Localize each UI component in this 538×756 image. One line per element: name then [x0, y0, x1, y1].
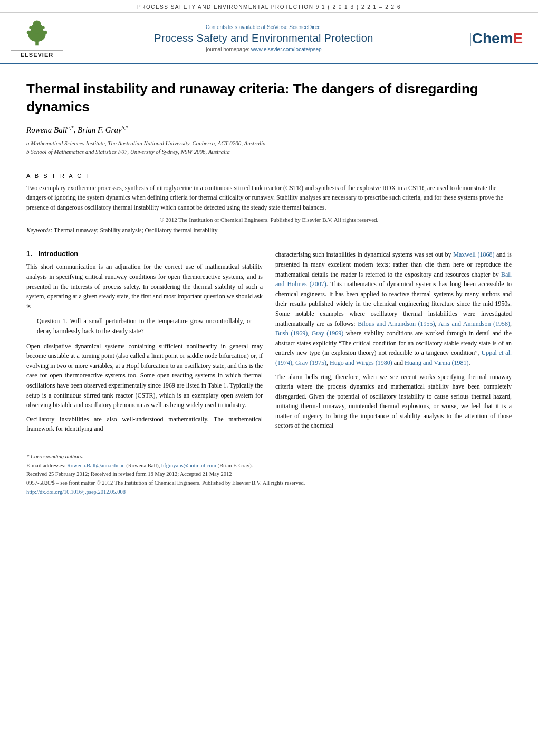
- elsevier-logo-area: ELSEVIER: [11, 18, 63, 58]
- footnote-divider: [26, 449, 512, 449]
- svg-point-5: [43, 31, 47, 34]
- col-right: characterising such instabilities in dyn…: [275, 250, 512, 438]
- col-left: 1. Introduction This short communication…: [26, 250, 263, 438]
- sciverse-link[interactable]: Contents lists available at Contents lis…: [63, 24, 464, 30]
- aris-link[interactable]: Aris and Amundson (1958): [438, 320, 510, 327]
- section1-heading: 1. Introduction: [26, 250, 263, 258]
- affiliation-a: a Mathematical Sciences Institute, The A…: [26, 139, 512, 148]
- abstract-label: A B S T R A C T: [26, 173, 512, 179]
- section1-para2: Open dissipative dynamical systems conta…: [26, 342, 263, 410]
- maxwell-link[interactable]: Maxwell (1868): [453, 251, 494, 258]
- keywords-values: Thermal runaway; Stability analysis; Osc…: [54, 227, 217, 233]
- svg-point-7: [42, 26, 45, 30]
- divider-2: [26, 242, 512, 242]
- authors: Rowena Balla,*, Brian F. Grayb,*: [26, 125, 512, 135]
- article-title: Thermal instability and runaway criteria…: [26, 80, 512, 116]
- footnote-doi: http://dx.doi.org/10.1016/j.psep.2012.05…: [26, 488, 512, 497]
- author-brian: Brian F. Gray: [78, 126, 121, 134]
- journal-header: Process Safety and Environmental Protect…: [0, 0, 538, 13]
- keywords-label: Keywords:: [26, 227, 52, 233]
- ichem-logo: |ChemE: [464, 29, 527, 47]
- bilous-link[interactable]: Bilous and Amundson (1955): [358, 320, 435, 327]
- ichem-logo-area: |ChemE: [464, 29, 527, 47]
- section1-number: 1.: [26, 250, 32, 258]
- section1-right-para1: characterising such instabilities in dyn…: [275, 250, 512, 367]
- divider-1: [26, 165, 512, 165]
- journal-bar: ELSEVIER Contents lists available at Con…: [0, 13, 538, 64]
- hugo-link[interactable]: Hugo and Wirges (1980): [330, 359, 392, 366]
- section1-right-para2: The alarm bells ring, therefore, when we…: [275, 372, 512, 431]
- svg-point-3: [33, 21, 41, 27]
- footnote-corresponding: * Corresponding authors.: [26, 452, 512, 461]
- huang-link[interactable]: Huang and Varma (1981): [405, 359, 468, 366]
- footnotes: * Corresponding authors. E-mail addresse…: [26, 452, 512, 497]
- elsevier-tree-icon: [18, 18, 55, 47]
- email-rowena[interactable]: Rowena.Ball@anu.edu.au: [67, 462, 125, 468]
- journal-citation: Process Safety and Environmental Protect…: [137, 4, 401, 10]
- journal-title: Process Safety and Environmental Protect…: [63, 32, 464, 44]
- main-content: Thermal instability and runaway criteria…: [0, 64, 538, 507]
- section1-title: Introduction: [38, 250, 78, 258]
- affiliations: a Mathematical Sciences Institute, The A…: [26, 139, 512, 156]
- keywords: Keywords: Thermal runaway; Stability ana…: [26, 227, 512, 233]
- svg-point-4: [27, 31, 31, 34]
- abstract-section: A B S T R A C T Two exemplary exothermic…: [26, 173, 512, 234]
- two-col-body: 1. Introduction This short communication…: [26, 250, 512, 438]
- section1-para3: Oscillatory instabilities are also well-…: [26, 414, 263, 434]
- journal-info: Contents lists available at Contents lis…: [63, 24, 464, 52]
- journal-homepage: journal homepage: www.elsevier.com/locat…: [63, 46, 464, 52]
- email-brian[interactable]: bfgrayaus@hotmail.com: [161, 462, 216, 468]
- footnote-issn: 0957-5820/$ – see front matter © 2012 Th…: [26, 479, 512, 488]
- svg-point-6: [29, 26, 32, 30]
- abstract-text: Two exemplary exothermic processes, synt…: [26, 183, 512, 213]
- affiliation-b: b School of Mathematics and Statistics F…: [26, 147, 512, 156]
- doi-link[interactable]: http://dx.doi.org/10.1016/j.psep.2012.05…: [26, 489, 126, 495]
- section1-para1: This short communication is an adjuratio…: [26, 262, 263, 311]
- section1-question: Question 1. Will a small perturbation to…: [37, 316, 252, 336]
- bush-link[interactable]: Bush (1969): [275, 329, 308, 337]
- footnote-received: Received 25 February 2012; Received in r…: [26, 470, 512, 479]
- ball-holmes-link[interactable]: Ball and Holmes (2007): [275, 271, 512, 288]
- homepage-link[interactable]: www.elsevier.com/locate/psep: [251, 46, 321, 52]
- footnote-email: E-mail addresses: Rowena.Ball@anu.edu.au…: [26, 461, 512, 470]
- copyright-text: © 2012 The Institution of Chemical Engin…: [26, 216, 512, 223]
- gray1975-link[interactable]: Gray (1975): [295, 359, 326, 366]
- author-rowena: Rowena Ball: [26, 126, 67, 134]
- gray1969-link[interactable]: Gray (1969): [312, 329, 343, 337]
